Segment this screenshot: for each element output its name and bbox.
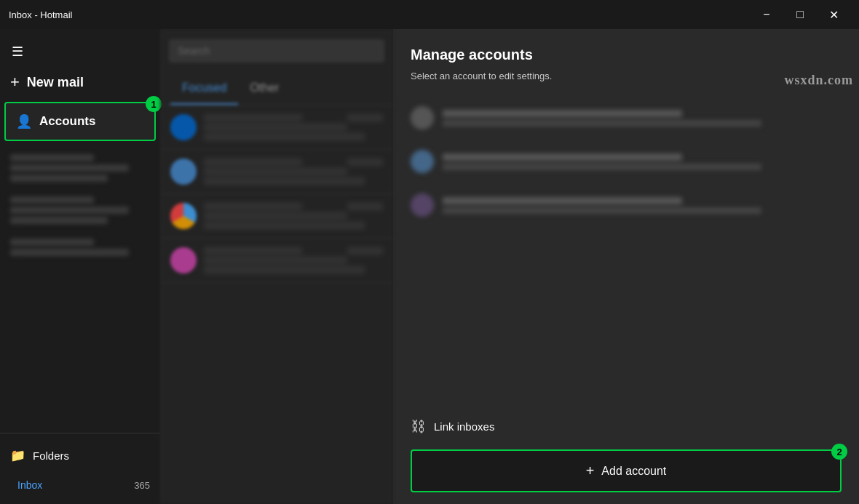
blurred-sender bbox=[204, 203, 302, 210]
sidebar-top: ☰ bbox=[0, 35, 160, 65]
blurred-account-name bbox=[443, 110, 682, 117]
blurred-time bbox=[347, 247, 383, 255]
titlebar: Inbox - Hotmail − □ ✕ bbox=[0, 0, 859, 29]
blurred-account-name bbox=[443, 197, 682, 204]
list-item[interactable] bbox=[160, 105, 393, 150]
blurred-time bbox=[347, 114, 383, 121]
blurred-time bbox=[347, 159, 383, 166]
list-item[interactable] bbox=[393, 140, 859, 183]
blurred-preview bbox=[204, 133, 365, 140]
tab-other[interactable]: Other bbox=[238, 73, 290, 105]
search-input[interactable] bbox=[169, 39, 384, 63]
link-inboxes-button[interactable]: ⛓ Link inboxes bbox=[411, 409, 842, 444]
avatar bbox=[170, 203, 197, 229]
blurred-account-email bbox=[443, 207, 761, 214]
folders-label: Folders bbox=[33, 449, 69, 462]
inbox-label: Inbox bbox=[17, 479, 42, 491]
watermark-text: wsxdn.com bbox=[784, 73, 853, 88]
add-account-plus-icon: + bbox=[586, 463, 595, 479]
account-avatar bbox=[411, 150, 434, 173]
blurred-sender bbox=[10, 196, 94, 204]
accounts-list bbox=[393, 90, 859, 398]
email-panel: Focused Other bbox=[160, 29, 393, 504]
search-bar bbox=[160, 29, 393, 73]
link-inboxes-label: Link inboxes bbox=[434, 420, 494, 433]
blurred-sender bbox=[204, 114, 302, 121]
blurred-subject bbox=[10, 164, 129, 172]
add-account-label: Add account bbox=[601, 465, 666, 478]
new-mail-button[interactable]: + New mail bbox=[0, 65, 160, 99]
blurred-preview bbox=[10, 175, 108, 182]
blurred-account-email bbox=[443, 164, 761, 170]
blurred-preview bbox=[204, 177, 365, 185]
person-icon: 👤 bbox=[16, 113, 32, 129]
blurred-preview bbox=[204, 266, 365, 273]
blurred-preview bbox=[10, 217, 108, 224]
sidebar-item-folders[interactable]: 📁 Folders bbox=[0, 439, 160, 472]
add-account-button[interactable]: + Add account 2 bbox=[411, 449, 842, 492]
close-button[interactable]: ✕ bbox=[817, 3, 850, 26]
sidebar: ☰ + New mail 👤 Accounts 1 bbox=[0, 29, 160, 504]
folder-icon: 📁 bbox=[10, 448, 25, 463]
blurred-sender bbox=[204, 159, 302, 166]
list-item[interactable] bbox=[160, 194, 393, 239]
blurred-preview bbox=[204, 222, 365, 229]
maximize-button[interactable]: □ bbox=[783, 3, 817, 26]
add-account-badge: 2 bbox=[831, 444, 847, 460]
list-item[interactable] bbox=[393, 183, 859, 227]
watermark: wsxdn.com bbox=[713, 58, 859, 102]
list-item[interactable] bbox=[160, 239, 393, 283]
avatar bbox=[170, 159, 197, 185]
minimize-button[interactable]: − bbox=[750, 3, 783, 26]
main-layout: ☰ + New mail 👤 Accounts 1 bbox=[0, 29, 859, 504]
blurred-sender bbox=[204, 247, 302, 255]
inbox-badge: 365 bbox=[134, 480, 150, 491]
hamburger-button[interactable]: ☰ bbox=[9, 41, 26, 63]
blurred-sender bbox=[10, 239, 94, 246]
list-item[interactable] bbox=[160, 150, 393, 194]
accounts-badge: 1 bbox=[146, 96, 162, 112]
accounts-item[interactable]: 👤 Accounts 1 bbox=[4, 102, 156, 141]
blurred-subject bbox=[10, 249, 129, 256]
email-list bbox=[160, 105, 393, 504]
blurred-sender bbox=[10, 154, 94, 161]
new-mail-plus-icon: + bbox=[10, 73, 20, 92]
link-icon: ⛓ bbox=[411, 418, 425, 435]
account-avatar bbox=[411, 193, 434, 217]
blurred-subject bbox=[204, 124, 347, 131]
window-controls: − □ ✕ bbox=[750, 3, 850, 26]
hamburger-icon: ☰ bbox=[12, 44, 23, 60]
sidebar-bottom: 📁 Folders Inbox 365 bbox=[0, 433, 160, 504]
tab-focused[interactable]: Focused bbox=[170, 73, 238, 105]
blurred-subject bbox=[204, 168, 347, 175]
blurred-time bbox=[347, 203, 383, 210]
avatar bbox=[170, 247, 197, 273]
new-mail-label: New mail bbox=[27, 75, 84, 90]
list-item[interactable] bbox=[0, 189, 160, 231]
list-item[interactable] bbox=[0, 147, 160, 189]
list-item[interactable] bbox=[393, 96, 859, 140]
blurred-subject bbox=[10, 207, 129, 214]
sidebar-email-list bbox=[0, 144, 160, 433]
blurred-account-email bbox=[443, 120, 761, 127]
account-avatar bbox=[411, 106, 434, 129]
blurred-subject bbox=[204, 257, 347, 264]
accounts-panel-footer: ⛓ Link inboxes + Add account 2 bbox=[393, 398, 859, 504]
sidebar-item-inbox[interactable]: Inbox 365 bbox=[0, 472, 160, 498]
list-item[interactable] bbox=[0, 231, 160, 266]
window-title: Inbox - Hotmail bbox=[9, 9, 72, 20]
tabs-row: Focused Other bbox=[160, 73, 393, 105]
blurred-subject bbox=[204, 212, 347, 220]
avatar bbox=[170, 114, 197, 140]
accounts-label: Accounts bbox=[39, 114, 95, 129]
blurred-account-name bbox=[443, 153, 682, 161]
